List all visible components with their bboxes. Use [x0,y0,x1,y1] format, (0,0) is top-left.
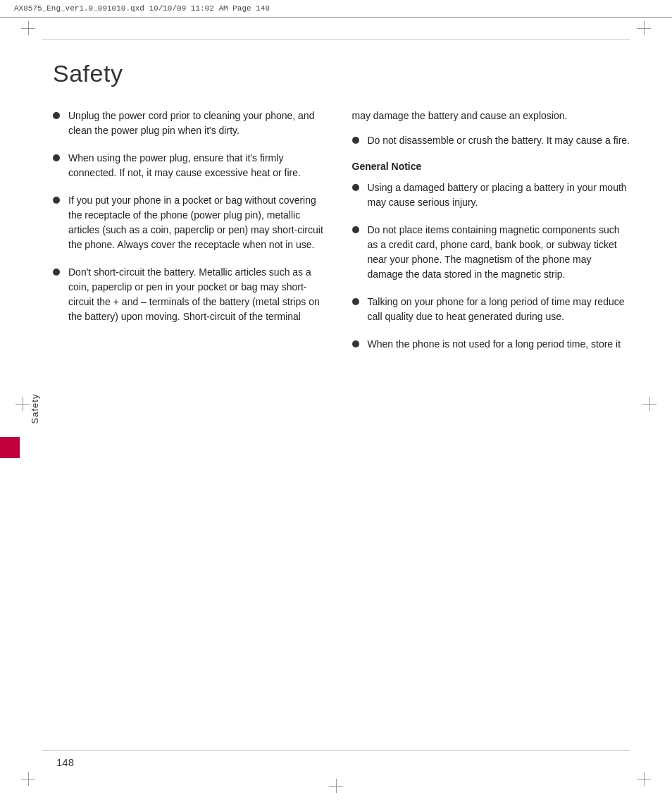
left-bullet-list: Unplug the power cord prior to cleaning … [53,109,331,324]
bullet-icon [352,137,359,144]
left-column: Unplug the power cord prior to cleaning … [53,109,331,364]
list-item: Don't short-circuit the battery. Metalli… [53,265,331,324]
reg-mark-bottom-left [21,772,35,786]
bullet-icon [53,269,60,276]
list-item-text: Do not place items containing magnetic c… [368,223,630,282]
list-item: Do not place items containing magnetic c… [352,223,630,282]
bullet-icon [352,340,359,347]
reg-mark-right-mid [642,397,657,411]
bullet-icon [352,298,359,305]
header-text: AX8575_Eng_ver1.0_091010.qxd 10/10/09 11… [14,4,270,13]
reg-mark-top-left [21,21,35,35]
list-item-text: Don't short-circuit the battery. Metalli… [68,265,331,324]
reg-mark-top-right [637,21,651,35]
list-item: When using the power plug, ensure that i… [53,151,331,180]
reg-mark-bottom-center [329,779,343,793]
bullet-icon [352,184,359,191]
reg-mark-left-mid [15,397,30,411]
right-list-after-heading: Using a damaged battery or placing a bat… [352,180,630,352]
list-item: If you put your phone in a pocket or bag… [53,193,331,252]
bottom-rule-line [42,750,630,751]
header-bar: AX8575_Eng_ver1.0_091010.qxd 10/10/09 11… [0,0,672,18]
list-item: Unplug the power cord prior to cleaning … [53,109,331,138]
list-item: Using a damaged battery or placing a bat… [352,180,630,210]
right-column: may damage the battery and cause an expl… [352,109,630,364]
red-tab-marker [0,437,20,458]
sidebar-label: Safety [30,394,40,424]
list-item-text: When the phone is not used for a long pe… [368,337,621,352]
page-title: Safety [53,60,630,87]
list-item: Do not disassemble or crush the battery.… [352,133,630,148]
list-item-text: Unplug the power cord prior to cleaning … [68,109,331,138]
list-item-text: When using the power plug, ensure that i… [68,151,331,180]
two-column-layout: Unplug the power cord prior to cleaning … [53,109,630,364]
list-item-text: Do not disassemble or crush the battery.… [368,133,630,148]
bullet-icon [53,112,60,119]
main-content: Safety Unplug the power cord prior to cl… [53,18,630,364]
list-item: When the phone is not used for a long pe… [352,337,630,352]
continuation-text: may damage the battery and cause an expl… [352,109,630,123]
list-item-text: Talking on your phone for a long period … [368,295,630,324]
reg-mark-bottom-right [637,772,651,786]
top-rule-line [42,39,630,40]
general-notice-heading: General Notice [352,161,630,172]
page-number: 148 [56,756,74,768]
bullet-icon [53,154,60,161]
bullet-icon [352,226,359,233]
list-item: Talking on your phone for a long period … [352,295,630,324]
right-list-before-heading: Do not disassemble or crush the battery.… [352,133,630,148]
bullet-icon [53,197,60,204]
list-item-text: Using a damaged battery or placing a bat… [368,180,630,210]
list-item-text: If you put your phone in a pocket or bag… [68,193,331,252]
